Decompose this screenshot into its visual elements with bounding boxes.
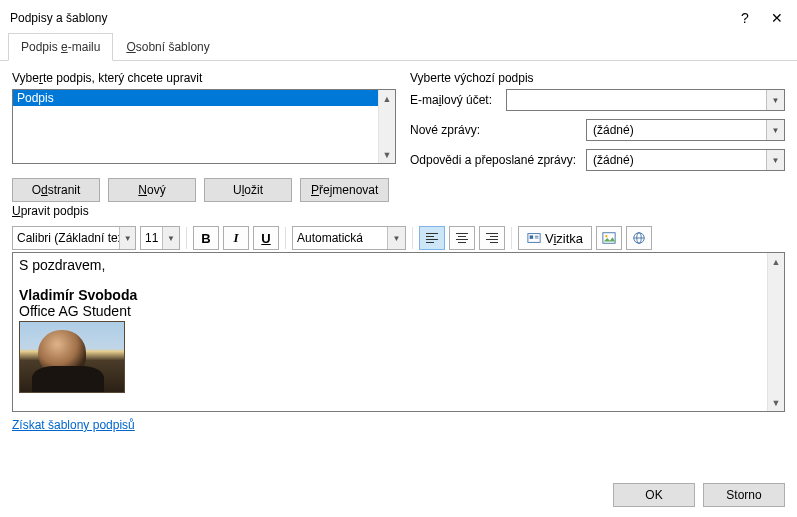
account-combo[interactable]: ▼: [506, 89, 785, 111]
bold-button[interactable]: B: [193, 226, 219, 250]
chevron-down-icon[interactable]: ▼: [162, 227, 179, 249]
align-right-icon: [486, 233, 498, 243]
get-templates-link[interactable]: Získat šablony podpisů: [12, 418, 135, 432]
editor-role: Office AG Student: [19, 303, 761, 319]
listbox-scrollbar[interactable]: ▲ ▼: [378, 90, 395, 163]
align-left-icon: [426, 233, 438, 243]
main-content: Vyberte podpis, který chcete upravit Pod…: [0, 61, 797, 202]
default-signature-label: Vyberte výchozí podpis: [410, 71, 785, 85]
ok-button[interactable]: OK: [613, 483, 695, 507]
reply-label: Odpovědi a přeposlané zprávy:: [410, 153, 580, 167]
font-size-value: 11: [141, 231, 162, 245]
scroll-up-icon[interactable]: ▲: [768, 253, 784, 270]
align-left-button[interactable]: [419, 226, 445, 250]
tab-personal-templates[interactable]: Osobní šablony: [113, 33, 222, 61]
signature-buttons: Odstranit Nový Uložit Přejmenovat: [12, 178, 396, 202]
card-icon: [527, 231, 541, 245]
newmsg-label: Nové zprávy:: [410, 123, 580, 137]
toolbar-separator: [511, 227, 512, 249]
editor-scrollbar[interactable]: ▲ ▼: [767, 253, 784, 411]
cancel-button[interactable]: Storno: [703, 483, 785, 507]
account-row: E-mailový účet: ▼: [410, 89, 785, 111]
signature-item[interactable]: Podpis: [13, 90, 378, 106]
insert-link-button[interactable]: [626, 226, 652, 250]
get-templates-row: Získat šablony podpisů: [0, 412, 797, 438]
font-size-combo[interactable]: 11 ▼: [140, 226, 180, 250]
newmsg-value: (žádné): [593, 123, 634, 137]
business-card-button[interactable]: Vizitka: [518, 226, 592, 250]
editor-toolbar: Calibri (Základní text) ▼ 11 ▼ B I U Aut…: [12, 226, 785, 250]
window-title: Podpisy a šablony: [10, 11, 107, 25]
link-icon: [632, 231, 646, 245]
scroll-down-icon[interactable]: ▼: [379, 146, 395, 163]
image-icon: [602, 231, 616, 245]
svg-rect-1: [530, 235, 534, 239]
italic-button[interactable]: I: [223, 226, 249, 250]
toolbar-separator: [412, 227, 413, 249]
underline-button[interactable]: U: [253, 226, 279, 250]
delete-button[interactable]: Odstranit: [12, 178, 100, 202]
align-center-button[interactable]: [449, 226, 475, 250]
help-icon[interactable]: ?: [737, 10, 753, 26]
save-button[interactable]: Uložit: [204, 178, 292, 202]
tab-email-signature[interactable]: Podpis e-mailu: [8, 33, 113, 61]
font-combo[interactable]: Calibri (Základní text) ▼: [12, 226, 136, 250]
align-right-button[interactable]: [479, 226, 505, 250]
chevron-down-icon[interactable]: ▼: [766, 120, 784, 140]
svg-point-5: [605, 235, 607, 237]
select-signature-label: Vyberte podpis, který chcete upravit: [12, 71, 396, 85]
reply-row: Odpovědi a přeposlané zprávy: (žádné) ▼: [410, 149, 785, 171]
reply-value: (žádné): [593, 153, 634, 167]
editor-section: Upravit podpis Calibri (Základní text) ▼…: [0, 202, 797, 412]
editor-name: Vladimír Svoboda: [19, 287, 761, 303]
listbox-items: Podpis: [13, 90, 378, 163]
scroll-up-icon[interactable]: ▲: [379, 90, 395, 107]
font-color-combo[interactable]: Automatická ▼: [292, 226, 406, 250]
dialog-footer: OK Storno: [613, 483, 785, 507]
titlebar: Podpisy a šablony ? ✕: [0, 0, 797, 32]
chevron-down-icon[interactable]: ▼: [387, 227, 405, 249]
editor-photo: [19, 321, 125, 393]
scroll-down-icon[interactable]: ▼: [768, 394, 784, 411]
signature-editor[interactable]: S pozdravem, Vladimír Svoboda Office AG …: [12, 252, 785, 412]
toolbar-separator: [285, 227, 286, 249]
editor-label: Upravit podpis: [12, 204, 785, 218]
left-pane: Vyberte podpis, který chcete upravit Pod…: [12, 71, 396, 202]
newmsg-row: Nové zprávy: (žádné) ▼: [410, 119, 785, 141]
new-button[interactable]: Nový: [108, 178, 196, 202]
account-label: E-mailový účet:: [410, 93, 500, 107]
svg-rect-4: [603, 233, 615, 244]
window-buttons: ? ✕: [737, 10, 785, 26]
close-icon[interactable]: ✕: [769, 10, 785, 26]
chevron-down-icon[interactable]: ▼: [766, 150, 784, 170]
chevron-down-icon[interactable]: ▼: [119, 227, 135, 249]
editor-body[interactable]: S pozdravem, Vladimír Svoboda Office AG …: [13, 253, 767, 411]
font-color-value: Automatická: [293, 231, 367, 245]
right-pane: Vyberte výchozí podpis E-mailový účet: ▼…: [410, 71, 785, 202]
rename-button[interactable]: Přejmenovat: [300, 178, 389, 202]
tab-strip: Podpis e-mailu Osobní šablony: [0, 32, 797, 61]
chevron-down-icon[interactable]: ▼: [766, 90, 784, 110]
editor-greeting: S pozdravem,: [19, 257, 761, 273]
newmsg-combo[interactable]: (žádné) ▼: [586, 119, 785, 141]
toolbar-separator: [186, 227, 187, 249]
align-center-icon: [456, 233, 468, 243]
reply-combo[interactable]: (žádné) ▼: [586, 149, 785, 171]
font-value: Calibri (Základní text): [13, 231, 119, 245]
insert-image-button[interactable]: [596, 226, 622, 250]
signature-listbox[interactable]: Podpis ▲ ▼: [12, 89, 396, 164]
